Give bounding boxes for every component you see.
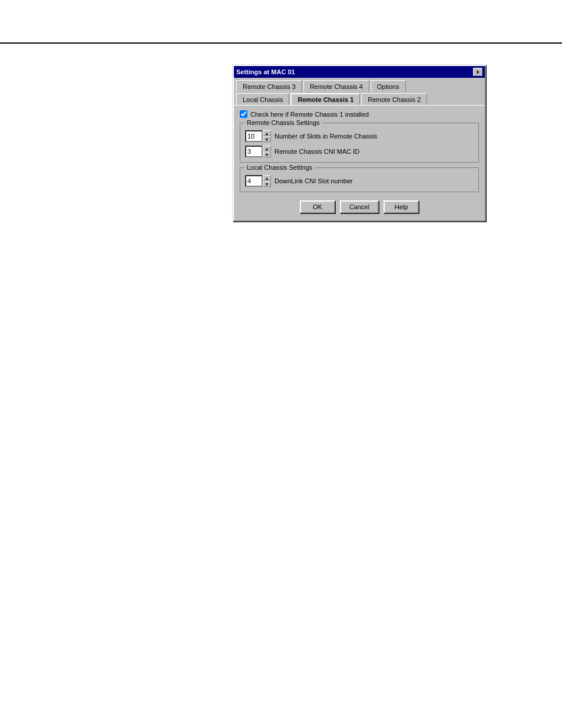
tab-container: Remote Chassis 3 Remote Chassis 4 Option… (234, 78, 485, 105)
tab-options[interactable]: Options (371, 80, 406, 92)
macid-row: ▲ ▼ Remote Chassis CNI MAC ID (245, 146, 474, 157)
slots-down-btn[interactable]: ▼ (263, 136, 271, 142)
slots-label: Number of Slots in Remote Chassis (275, 133, 377, 140)
settings-dialog: Settings at MAC 01 × Remote Chassis 3 Re… (233, 65, 486, 222)
downlink-down-btn[interactable]: ▼ (263, 181, 271, 187)
slots-spinner[interactable]: ▲ ▼ (245, 130, 271, 142)
downlink-input[interactable] (245, 175, 263, 187)
tab-remote3[interactable]: Remote Chassis 3 (236, 80, 302, 92)
tab-remote2[interactable]: Remote Chassis 2 (361, 93, 427, 105)
macid-spinner-buttons: ▲ ▼ (263, 146, 271, 157)
macid-input[interactable] (245, 146, 263, 157)
ok-button[interactable]: OK (300, 200, 335, 213)
remote-chassis-settings-group: Remote Chassis Settings ▲ ▼ Number of Sl… (240, 123, 479, 163)
tab-row-1: Remote Chassis 3 Remote Chassis 4 Option… (236, 80, 482, 92)
local-chassis-settings-group: Local Chassis Settings ▲ ▼ DownLink CNI … (240, 167, 479, 192)
page-divider (0, 42, 562, 44)
dialog-content: Check here if Remote Chassis 1 installed… (234, 105, 485, 220)
tab-remote1[interactable]: Remote Chassis 1 (290, 93, 360, 105)
downlink-label: DownLink CNI Slot number (275, 177, 353, 185)
cancel-button[interactable]: Cancel (340, 200, 379, 213)
close-button[interactable]: × (473, 68, 482, 76)
slots-spinner-buttons: ▲ ▼ (263, 130, 271, 142)
tab-local-chassis[interactable]: Local Chassis (236, 93, 289, 105)
local-settings-label: Local Chassis Settings (245, 164, 314, 171)
tab-remote4[interactable]: Remote Chassis 4 (303, 80, 369, 92)
dialog-title: Settings at MAC 01 (236, 68, 295, 75)
downlink-spinner[interactable]: ▲ ▼ (245, 175, 271, 187)
installed-checkbox[interactable] (240, 110, 247, 118)
dialog-wrapper: Settings at MAC 01 × Remote Chassis 3 Re… (233, 65, 486, 222)
macid-down-btn[interactable]: ▼ (263, 151, 271, 157)
downlink-spinner-buttons: ▲ ▼ (263, 175, 271, 187)
slots-row: ▲ ▼ Number of Slots in Remote Chassis (245, 130, 474, 142)
title-bar: Settings at MAC 01 × (234, 66, 485, 78)
downlink-up-btn[interactable]: ▲ (263, 175, 271, 181)
macid-spinner[interactable]: ▲ ▼ (245, 146, 271, 157)
slots-input[interactable] (245, 130, 263, 142)
installed-checkbox-label: Check here if Remote Chassis 1 installed (250, 111, 369, 118)
button-row: OK Cancel Help (240, 197, 479, 216)
slots-up-btn[interactable]: ▲ (263, 130, 271, 136)
downlink-row: ▲ ▼ DownLink CNI Slot number (245, 175, 474, 187)
remote-settings-label: Remote Chassis Settings (245, 119, 322, 126)
macid-up-btn[interactable]: ▲ (263, 146, 271, 151)
macid-label: Remote Chassis CNI MAC ID (275, 148, 359, 155)
help-button[interactable]: Help (384, 200, 419, 213)
installed-checkbox-row: Check here if Remote Chassis 1 installed (240, 110, 479, 118)
tab-row-2: Local Chassis Remote Chassis 1 Remote Ch… (236, 93, 482, 105)
